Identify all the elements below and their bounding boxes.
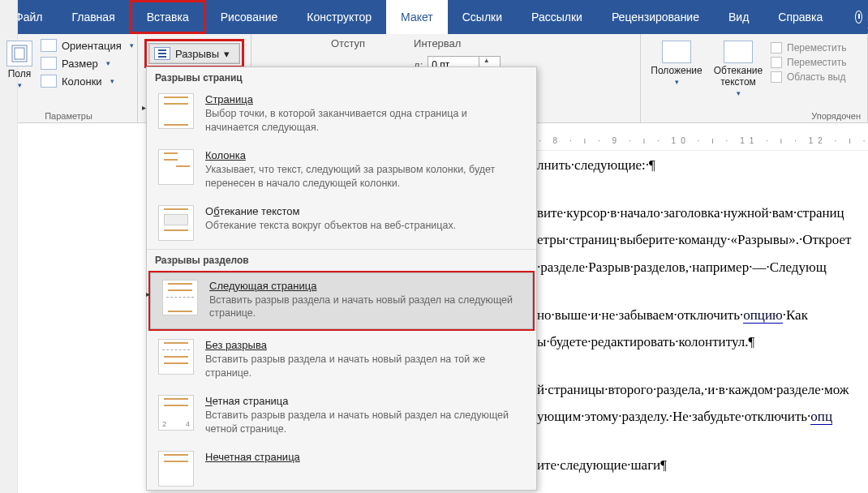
break-nextpage-item[interactable]: ▸ Следующая страница Вставить разрыв раз…	[150, 272, 533, 330]
tab-home[interactable]: Главная	[57, 0, 129, 34]
chevron-down-icon: ▾	[130, 41, 134, 49]
bring-forward-label: Переместить	[787, 42, 847, 54]
selection-pane-button[interactable]: Область выд	[771, 71, 847, 83]
break-oddpage-item[interactable]: Нечетная страница	[147, 444, 536, 490]
tab-layout[interactable]: Макет	[386, 0, 448, 34]
pointer-icon: ▸	[146, 289, 150, 298]
chevron-down-icon: ▾	[737, 89, 741, 97]
doc-line: ите·следующие·шаги¶	[537, 454, 868, 476]
spin-up-icon[interactable]: ▲	[479, 57, 493, 65]
doc-line: но·выше·и·не·забываем·отключить·опцию·Ка…	[537, 304, 868, 326]
break-continuous-item[interactable]: Без разрыва Вставить разрыв раздела и на…	[147, 332, 536, 388]
margins-label: Поля	[8, 68, 32, 79]
breaks-gallery: Разрывы страниц ▸ Страница Выбор точки, …	[146, 66, 537, 491]
selection-pane-label: Область выд	[787, 71, 845, 83]
break-nextpage-title: Следующая страница	[209, 280, 521, 292]
group-label-params: Параметры	[6, 109, 131, 121]
selection-pane-icon	[771, 71, 782, 83]
indent-header: Отступ	[331, 37, 365, 49]
doc-line: вите·курсор·в·начало·заголовка·нужной·ва…	[537, 202, 868, 224]
bulb-icon	[855, 11, 862, 24]
breaks-icon	[154, 47, 170, 60]
position-label: Положение	[651, 65, 702, 76]
size-button[interactable]: Размер ▾	[37, 55, 137, 71]
orientation-icon	[41, 39, 57, 52]
chevron-down-icon: ▾	[18, 81, 22, 89]
spacing-header: Интервал	[414, 37, 501, 49]
gallery-header-pages: Разрывы страниц	[147, 67, 536, 87]
margins-button[interactable]: Поля ▾	[6, 37, 32, 89]
chevron-down-icon: ▾	[675, 78, 679, 86]
horizontal-ruler[interactable]: · 8 · ı · 9 · ı · 10 · ı · 11 · ı · 12 ·…	[537, 136, 868, 151]
send-backward-button[interactable]: Переместить	[771, 57, 847, 68]
break-page-title: Страница	[205, 93, 522, 105]
chevron-down-icon: ▾	[224, 48, 230, 60]
break-oddpage-title: Нечетная страница	[205, 451, 300, 463]
break-column-icon	[158, 149, 194, 185]
gallery-header-sections: Разрывы разделов	[147, 249, 536, 269]
size-label: Размер	[62, 58, 98, 70]
break-textwrap-title: Обтекание текстом	[205, 205, 456, 217]
break-evenpage-title: Четная страница	[205, 395, 522, 407]
tab-help[interactable]: Справка	[763, 0, 837, 34]
tell-me[interactable]: Что вы хо	[840, 0, 868, 34]
doc-line: ·разделе·Разрыв·разделов,·например·—·Сле…	[537, 256, 868, 278]
break-nextpage-icon	[162, 280, 198, 315]
break-page-item[interactable]: ▸ Страница Выбор точки, в которой заканч…	[147, 87, 536, 143]
tab-references[interactable]: Ссылки	[448, 0, 517, 34]
doc-line: лнить·следующие:·¶	[537, 154, 868, 176]
breaks-label: Разрывы	[175, 48, 219, 60]
break-column-title: Колонка	[205, 149, 522, 161]
chevron-down-icon: ▾	[110, 77, 114, 85]
doc-line: ы·будете·редактировать·колонтитул.¶	[537, 331, 868, 353]
position-icon	[662, 41, 691, 63]
size-icon	[41, 57, 57, 70]
columns-button[interactable]: Колонки ▾	[37, 73, 137, 89]
position-button[interactable]: Положение ▾	[647, 37, 706, 97]
link-option[interactable]: опц	[810, 409, 832, 425]
tab-insert[interactable]: Вставка	[130, 0, 206, 34]
break-oddpage-icon	[158, 451, 194, 487]
send-backward-icon	[771, 57, 782, 68]
break-column-desc: Указывает, что текст, следующий за разры…	[205, 163, 522, 191]
tab-view[interactable]: Вид	[714, 0, 763, 34]
doc-line: етры·страниц·выберите·команду·«Разрывы».…	[537, 229, 868, 251]
bring-forward-button[interactable]: Переместить	[771, 42, 847, 54]
break-nextpage-desc: Вставить разрыв раздела и начать новый р…	[209, 294, 521, 321]
break-page-desc: Выбор точки, в которой заканчивается одн…	[205, 107, 522, 135]
doc-line: ующим·этому·разделу.·Не·забудьте·отключи…	[537, 405, 868, 427]
breaks-highlight: Разрывы ▾	[144, 39, 244, 68]
tab-review[interactable]: Рецензирование	[597, 0, 714, 34]
break-continuous-desc: Вставить разрыв раздела и начать новый р…	[205, 353, 522, 380]
tab-draw[interactable]: Рисование	[206, 0, 293, 34]
break-continuous-title: Без разрыва	[205, 339, 522, 351]
orientation-button[interactable]: Ориентация ▾	[37, 37, 137, 54]
break-column-item[interactable]: Колонка Указывает, что текст, следующий …	[147, 143, 536, 199]
columns-label: Колонки	[62, 75, 102, 88]
break-page-icon	[158, 93, 194, 129]
pointer-icon: ▸	[142, 103, 146, 112]
wrap-text-button[interactable]: Обтекание текстом ▾	[709, 37, 767, 97]
break-evenpage-item[interactable]: 24 Четная страница Вставить разрыв разде…	[147, 388, 536, 444]
columns-icon	[41, 75, 57, 88]
group-label-arrange: Упорядочен	[647, 109, 861, 121]
chevron-down-icon: ▾	[106, 59, 110, 67]
bring-forward-icon	[771, 42, 782, 54]
group-page-setup: Поля ▾ Ориентация ▾ Размер ▾ Колонки ▾	[0, 34, 138, 122]
arrange-stack: Переместить Переместить Область выд	[771, 37, 847, 97]
break-evenpage-desc: Вставить разрыв раздела и начать новый р…	[205, 409, 522, 436]
send-backward-label: Переместить	[787, 57, 847, 68]
breaks-button[interactable]: Разрывы ▾	[148, 43, 240, 64]
next-page-highlight: ▸ Следующая страница Вставить разрыв раз…	[148, 271, 535, 332]
margins-icon	[6, 41, 32, 66]
doc-line: й·страницы·второго·раздела,·и·в·каждом·р…	[537, 379, 868, 401]
tab-mailings[interactable]: Рассылки	[517, 0, 597, 34]
group-arrange: Положение ▾ Обтекание текстом ▾ Перемест…	[641, 34, 868, 122]
break-textwrap-item[interactable]: Обтекание текстом Обтекание текста вокру…	[147, 199, 536, 249]
wrap-text-label: Обтекание текстом	[709, 65, 767, 88]
link-option[interactable]: опцию	[743, 307, 783, 324]
tab-design[interactable]: Конструктор	[292, 0, 386, 34]
break-continuous-icon	[158, 339, 194, 375]
ribbon-tabs: Файл Главная Вставка Рисование Конструкт…	[0, 0, 868, 34]
document-body[interactable]: лнить·следующие:·¶ вите·курсор·в·начало·…	[537, 154, 868, 493]
